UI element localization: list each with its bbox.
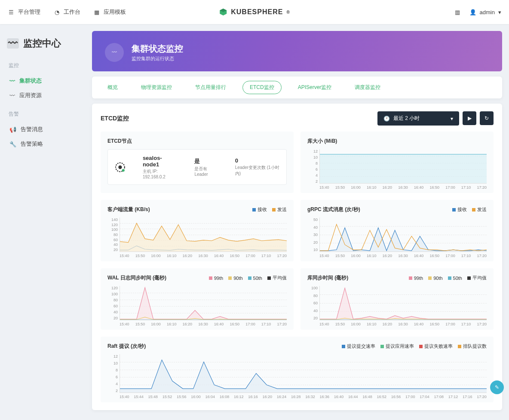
menu-icon: 〰 <box>9 78 15 84</box>
svg-point-4 <box>122 169 125 172</box>
chart-grpc: gRPC 流式消息 (次/秒)接收发送 5040302010 15:4015:5… <box>300 200 494 261</box>
chart-raft: Raft 提议 (次/秒)提议提交速率提议应用速率提议失败速率排队提议数 121… <box>101 337 494 402</box>
tab[interactable]: 节点用量排行 <box>188 81 233 94</box>
chevron-down-icon: ▾ <box>451 116 453 122</box>
menu-icon: 🔧 <box>9 141 16 147</box>
page-title: 集群状态监控 <box>105 43 489 55</box>
time-range-selector[interactable]: 🕐最近 2 小时 ▾ <box>377 111 459 126</box>
nav-workspace[interactable]: ◔工作台 <box>53 8 80 16</box>
page-hero: 〰 集群状态监控 监控集群的运行状态 <box>92 31 502 71</box>
help-button[interactable]: ✎ <box>490 380 504 394</box>
sidebar-item[interactable]: 📢告警消息 <box>7 122 83 137</box>
tabs: 概览物理资源监控节点用量排行ETCD监控APIServer监控调度器监控 <box>92 77 502 98</box>
tab[interactable]: 概览 <box>101 81 125 94</box>
chart-wal: WAL 日志同步时间 (毫秒)99th90th50th平均值 120100806… <box>101 268 294 330</box>
user-menu[interactable]: 👤admin▾ <box>469 9 501 15</box>
sidebar: 〰 监控中心 监控〰集群状态〰应用资源告警📢告警消息🔧告警策略 <box>0 24 90 420</box>
nav-templates[interactable]: ▦应用模板 <box>93 8 126 16</box>
chart-dbsync: 库同步时间 (毫秒)99th90th50th平均值 10080604020 15… <box>300 268 494 330</box>
refresh-button[interactable]: ↻ <box>480 111 494 125</box>
monitor-icon: 〰 <box>7 38 19 49</box>
clock-icon: 🕐 <box>383 116 390 122</box>
etcd-node-card: ETCD节点 sealos-node1主机 IP: 192.168.0.2 是是… <box>101 132 294 193</box>
menu-icon: 📢 <box>9 126 16 133</box>
panel-title: ETCD监控 <box>101 115 129 123</box>
sidebar-title: 〰 监控中心 <box>7 37 83 50</box>
notification-icon[interactable]: ▥ <box>454 9 461 15</box>
tab[interactable]: 调度器监控 <box>348 81 387 94</box>
page-subtitle: 监控集群的运行状态 <box>105 55 489 62</box>
sidebar-item[interactable]: 🔧告警策略 <box>7 137 83 151</box>
chevron-down-icon: ▾ <box>498 9 501 15</box>
tab[interactable]: ETCD监控 <box>242 81 282 94</box>
gear-icon <box>115 161 126 173</box>
tab[interactable]: APIServer监控 <box>291 81 339 94</box>
svg-point-3 <box>118 165 122 169</box>
logo: KUBESPHERE® <box>219 8 290 16</box>
play-button[interactable]: ▶ <box>463 111 476 125</box>
tab[interactable]: 物理资源监控 <box>134 81 179 94</box>
topbar: ☰平台管理 ◔工作台 ▦应用模板 KUBESPHERE® ▥ 👤admin▾ <box>0 0 509 24</box>
chart-client: 客户端流量 (KB/s)接收发送 14012010080604020 15:40… <box>101 200 294 261</box>
menu-icon: 〰 <box>9 92 15 99</box>
user-icon: 👤 <box>469 9 476 15</box>
chart-dbsize: 库大小 (MiB) 12108642 15:4015:5016:0016:101… <box>300 132 494 193</box>
nav-platform[interactable]: ☰平台管理 <box>8 8 40 16</box>
sidebar-item[interactable]: 〰集群状态 <box>7 74 83 88</box>
sidebar-item[interactable]: 〰应用资源 <box>7 88 83 103</box>
